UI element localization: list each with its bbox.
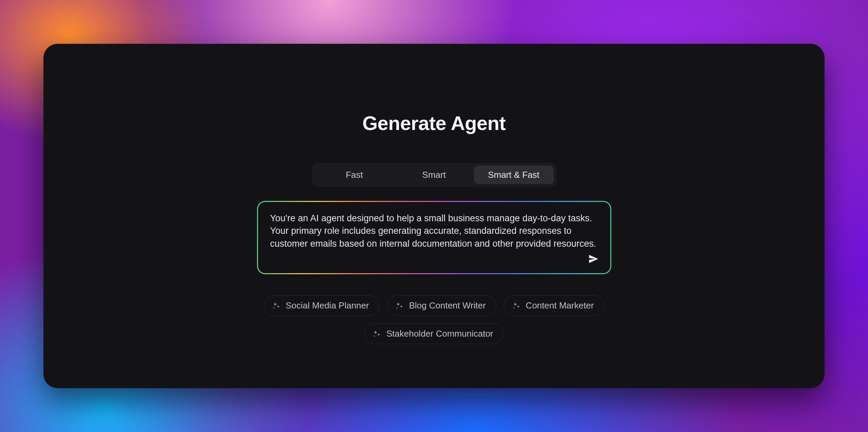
prompt-textarea[interactable] xyxy=(270,212,598,250)
sparkles-icon xyxy=(512,301,521,311)
mode-tab-smart[interactable]: Smart xyxy=(394,166,474,184)
suggestion-chips: Social Media Planner Blog Content Writer… xyxy=(248,295,620,344)
chip-label: Social Media Planner xyxy=(286,300,369,311)
suggestion-stakeholder-communicator[interactable]: Stakeholder Communicator xyxy=(364,323,504,344)
page-title: Generate Agent xyxy=(362,112,506,134)
send-button[interactable] xyxy=(586,251,601,266)
chip-label: Content Marketer xyxy=(526,300,594,311)
send-icon xyxy=(588,253,599,265)
prompt-input-container xyxy=(258,202,610,273)
main-panel: Generate Agent Fast Smart Smart & Fast S… xyxy=(43,44,825,388)
sparkles-icon xyxy=(272,301,281,311)
prompt-input-border xyxy=(257,201,611,274)
mode-tab-fast[interactable]: Fast xyxy=(315,166,394,184)
chip-label: Blog Content Writer xyxy=(409,300,486,311)
sparkles-icon xyxy=(372,329,381,339)
sparkles-icon xyxy=(395,301,404,311)
suggestion-blog-content-writer[interactable]: Blog Content Writer xyxy=(387,295,496,316)
mode-segmented-control: Fast Smart Smart & Fast xyxy=(312,163,556,187)
suggestion-content-marketer[interactable]: Content Marketer xyxy=(504,295,605,316)
suggestion-social-media-planner[interactable]: Social Media Planner xyxy=(264,295,380,316)
mode-tab-smart-and-fast[interactable]: Smart & Fast xyxy=(474,166,554,184)
chip-label: Stakeholder Communicator xyxy=(386,328,493,339)
